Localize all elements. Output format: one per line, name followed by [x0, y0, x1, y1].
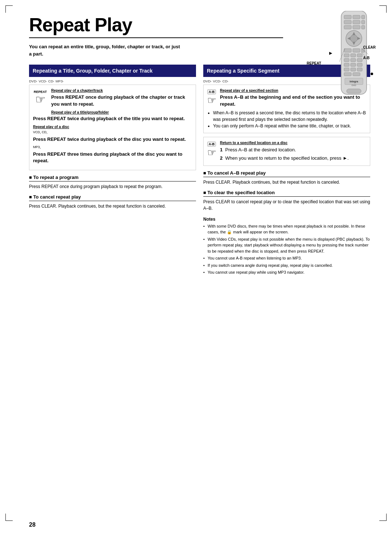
- disc-label: Repeat play of a disc: [33, 125, 192, 129]
- svg-rect-28: [344, 68, 349, 71]
- left-instruction-box: REPEAT ☞ Repeat play of a chapter/track …: [29, 85, 196, 170]
- ab-hand-icon-area-2: A-B ☞: [207, 141, 216, 158]
- svg-rect-17: [353, 49, 360, 52]
- svg-rect-7: [344, 25, 351, 29]
- remote-side-labels: CLEAR A-B: [363, 45, 376, 60]
- svg-rect-1: [344, 15, 351, 19]
- repeat-once-instruction: Press REPEAT once during playback of the…: [33, 94, 192, 107]
- svg-rect-25: [344, 63, 349, 66]
- remote-illustration: Integra DVD CLEAR A-B ► REPEAT: [305, 11, 374, 98]
- clear-location-title: To clear the specified location: [203, 190, 370, 197]
- ab-bullet-1: When A–B is pressed a second time, the d…: [213, 110, 366, 123]
- corner-mark-br: [379, 514, 387, 521]
- left-column: Repeating a Title, Group, Folder, Chapte…: [29, 65, 196, 277]
- cd-tag: CD›: [48, 79, 54, 83]
- intro-text: You can repeat an entire title, group, f…: [29, 43, 181, 57]
- svg-rect-4: [344, 20, 351, 24]
- repeat-program-section: To repeat a program Press REPEAT once du…: [29, 175, 196, 190]
- cancel-ab-section: To cancel A–B repeat play Press CLEAR. P…: [203, 170, 370, 185]
- title-rule: [29, 37, 283, 38]
- right-dvd-tag: DVD›: [203, 79, 211, 83]
- svg-rect-30: [357, 68, 362, 71]
- right-vcd-tag: VCD›: [213, 79, 221, 83]
- left-instructions: Repeat play of a chapter/track Press REP…: [33, 89, 192, 164]
- notes-list: With some DVD discs, there may be times …: [203, 223, 370, 275]
- bullet-decoration: [371, 73, 373, 75]
- chapter-track-label: Repeat play of a chapter/track: [33, 89, 192, 93]
- svg-rect-3: [362, 15, 365, 19]
- repeat-twice-title-instruction: Press REPEAT twice during playback of th…: [33, 115, 192, 122]
- cancel-repeat-body: Press CLEAR. Playback continues, but the…: [29, 203, 196, 209]
- mp3-tag: MP3›: [56, 79, 64, 83]
- svg-rect-5: [353, 20, 360, 24]
- cancel-ab-body: Press CLEAR. Playback continues, but the…: [203, 179, 370, 185]
- note-item-1: With some DVD discs, there may be times …: [203, 223, 370, 235]
- page-number: 28: [29, 522, 36, 528]
- repeat-label: REPEAT: [307, 61, 321, 65]
- repeat-program-body: Press REPEAT once during program playbac…: [29, 183, 196, 190]
- clear-label: CLEAR: [363, 45, 376, 49]
- return-location-content: Return to a specified location on a disc…: [207, 141, 366, 162]
- right-cd-tag: CD›: [222, 79, 228, 83]
- return-location-label: Return to a specified location on a disc: [207, 141, 366, 145]
- clear-location-body: Press CLEAR to cancel repeat play or to …: [203, 199, 370, 212]
- svg-rect-20: [351, 54, 356, 57]
- cancel-repeat-title: To cancel repeat play: [29, 194, 196, 201]
- svg-rect-27: [357, 63, 362, 66]
- note-item-5: You cannot use repeat play while using M…: [203, 269, 370, 275]
- svg-rect-9: [362, 25, 365, 29]
- hand-ab-icon-2: ☞: [207, 148, 216, 158]
- dvd-tag: DVD›: [29, 79, 37, 83]
- ab-label: A-B: [363, 56, 376, 60]
- left-format-tags: DVD› VCD› CD› MP3›: [29, 79, 196, 83]
- title-group-label: Repeat play of a title/group/folder: [33, 110, 192, 114]
- corner-mark-bl: [5, 514, 13, 521]
- corner-mark-tr: [379, 5, 387, 13]
- return-steps: 1 Press A–B at the desired location. 2 W…: [207, 146, 366, 162]
- cancel-repeat-section: To cancel repeat play Press CLEAR. Playb…: [29, 194, 196, 209]
- repeat-hand-icon: REPEAT ☞: [33, 90, 48, 112]
- ab-badge-top: A-B: [207, 89, 216, 94]
- notes-section: Notes With some DVD discs, there may be …: [203, 217, 370, 275]
- note-item-3: You cannot use A-B repeat when listening…: [203, 255, 370, 261]
- hand-ab-icon: ☞: [207, 95, 216, 106]
- svg-rect-32: [353, 73, 360, 76]
- note-item-4: If you switch camera angle during repeat…: [203, 262, 370, 269]
- svg-rect-2: [353, 15, 360, 19]
- svg-rect-29: [351, 68, 356, 71]
- ab-bullet-list: When A–B is pressed a second time, the d…: [207, 110, 366, 129]
- repeat-three-instruction: Press REPEAT three times during playback…: [33, 151, 192, 164]
- svg-rect-6: [362, 20, 365, 24]
- clear-location-section: To clear the specified location Press CL…: [203, 190, 370, 212]
- return-step-1: 1 Press A–B at the desired location.: [207, 146, 366, 154]
- return-location-box: A-B ☞ Return to a specified location on …: [203, 137, 370, 166]
- svg-rect-21: [357, 54, 362, 57]
- svg-rect-22: [344, 58, 349, 62]
- note-item-2: With Video CDs, repeat play is not possi…: [203, 236, 370, 254]
- vcd-cd-tags: VCD› CD›: [33, 130, 192, 135]
- repeat-program-title: To repeat a program: [29, 175, 196, 181]
- ab-bullet-2: You can only perform A–B repeat within t…: [213, 123, 366, 129]
- mp3-tag-alone: MP3›: [33, 145, 192, 150]
- svg-rect-19: [344, 54, 349, 57]
- svg-rect-23: [351, 58, 356, 62]
- notes-title: Notes: [203, 217, 370, 222]
- svg-rect-16: [344, 49, 351, 52]
- svg-text:DVD: DVD: [352, 84, 356, 86]
- svg-rect-39: [347, 89, 361, 93]
- svg-text:Integra: Integra: [350, 80, 358, 83]
- repeat-twice-disc-instruction: Press REPEAT twice during playback of th…: [33, 136, 192, 143]
- corner-mark-tl: [5, 5, 13, 13]
- cancel-ab-title: To cancel A–B repeat play: [203, 170, 370, 177]
- ab-hand-icon-area: A-B ☞: [207, 89, 216, 106]
- hand-pressing-icon: ☞: [33, 94, 48, 105]
- svg-rect-24: [357, 58, 362, 62]
- svg-rect-26: [351, 63, 356, 66]
- svg-rect-31: [344, 73, 351, 76]
- ab-badge-2: A-B: [207, 142, 216, 147]
- remote-arrow: ►: [328, 50, 333, 56]
- left-section-header: Repeating a Title, Group, Folder, Chapte…: [29, 65, 196, 77]
- return-step-2: 2 When you want to return to the specifi…: [207, 155, 366, 162]
- page-title: Repeat Play: [29, 15, 283, 35]
- svg-point-11: [350, 35, 358, 42]
